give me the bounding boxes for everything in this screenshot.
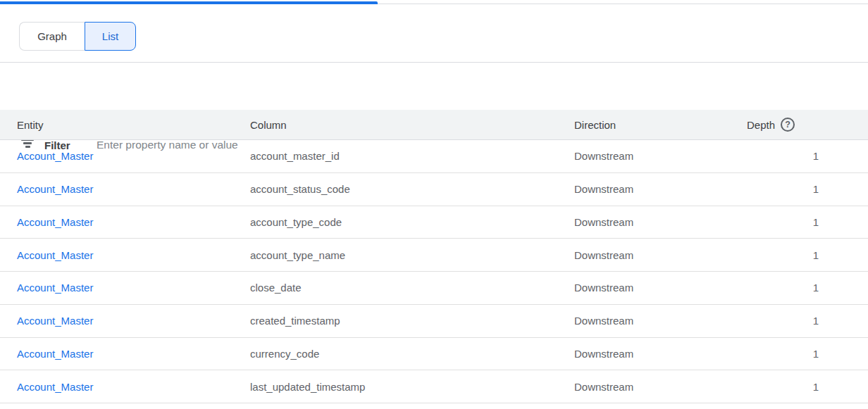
entity-link[interactable]: Account_Master <box>17 183 93 195</box>
column-cell: account_type_name <box>250 249 574 261</box>
column-header-column: Column <box>250 119 574 131</box>
depth-cell: 1 <box>747 348 868 360</box>
table-row: Account_Master close_date Downstream 1 <box>0 272 868 305</box>
direction-cell: Downstream <box>574 249 747 261</box>
column-header-direction: Direction <box>574 119 747 131</box>
column-cell: close_date <box>250 282 574 294</box>
help-icon[interactable]: ? <box>781 118 795 132</box>
entity-link[interactable]: Account_Master <box>17 381 93 393</box>
depth-cell: 1 <box>747 216 868 228</box>
entity-cell: Account_Master <box>0 315 250 327</box>
direction-cell: Downstream <box>574 315 747 327</box>
depth-cell: 1 <box>747 381 868 393</box>
lineage-list-panel: Graph List Filter Entity Column Directio… <box>0 0 868 409</box>
direction-cell: Downstream <box>574 183 747 195</box>
entity-link[interactable]: Account_Master <box>17 249 93 261</box>
entity-cell: Account_Master <box>0 216 250 228</box>
column-cell: created_timestamp <box>250 315 574 327</box>
entity-cell: Account_Master <box>0 381 250 393</box>
depth-cell: 1 <box>747 282 868 294</box>
entity-link[interactable]: Account_Master <box>17 150 93 162</box>
active-tab-indicator <box>0 1 378 4</box>
table-row: Account_Master account_status_code Downs… <box>0 173 868 206</box>
entity-cell: Account_Master <box>0 183 250 195</box>
depth-cell: 1 <box>747 315 868 327</box>
entity-cell: Account_Master <box>0 249 250 261</box>
entity-link[interactable]: Account_Master <box>17 315 93 327</box>
column-cell: account_type_code <box>250 216 574 228</box>
table-header: Entity Column Direction Depth ? <box>0 110 868 140</box>
view-toggle: Graph List <box>19 22 136 51</box>
table-row: Account_Master currency_code Downstream … <box>0 338 868 371</box>
graph-view-button[interactable]: Graph <box>19 22 85 51</box>
entity-link[interactable]: Account_Master <box>17 348 93 360</box>
column-header-depth: Depth ? <box>747 118 868 132</box>
table-row: Account_Master account_master_id Downstr… <box>0 140 868 173</box>
column-header-entity: Entity <box>0 119 250 131</box>
entity-cell: Account_Master <box>0 150 250 162</box>
table-row: Account_Master last_updated_timestamp Do… <box>0 370 868 403</box>
depth-cell: 1 <box>747 150 868 162</box>
depth-cell: 1 <box>747 183 868 195</box>
table-row: Account_Master account_type_code Downstr… <box>0 206 868 239</box>
entity-cell: Account_Master <box>0 348 250 360</box>
entity-link[interactable]: Account_Master <box>17 282 93 294</box>
list-view-button[interactable]: List <box>85 22 136 51</box>
column-cell: currency_code <box>250 348 574 360</box>
column-cell: last_updated_timestamp <box>250 381 574 393</box>
direction-cell: Downstream <box>574 216 747 228</box>
filter-bar: Filter <box>0 63 868 110</box>
column-cell: account_status_code <box>250 183 574 195</box>
table-row: Account_Master account_type_name Downstr… <box>0 239 868 272</box>
depth-cell: 1 <box>747 249 868 261</box>
direction-cell: Downstream <box>574 150 747 162</box>
entity-cell: Account_Master <box>0 282 250 294</box>
direction-cell: Downstream <box>574 282 747 294</box>
entity-link[interactable]: Account_Master <box>17 216 93 228</box>
table-body: Account_Master account_master_id Downstr… <box>0 140 868 403</box>
depth-header-label: Depth <box>747 119 775 131</box>
direction-cell: Downstream <box>574 381 747 393</box>
column-cell: account_master_id <box>250 150 574 162</box>
table-row: Account_Master created_timestamp Downstr… <box>0 305 868 338</box>
direction-cell: Downstream <box>574 348 747 360</box>
